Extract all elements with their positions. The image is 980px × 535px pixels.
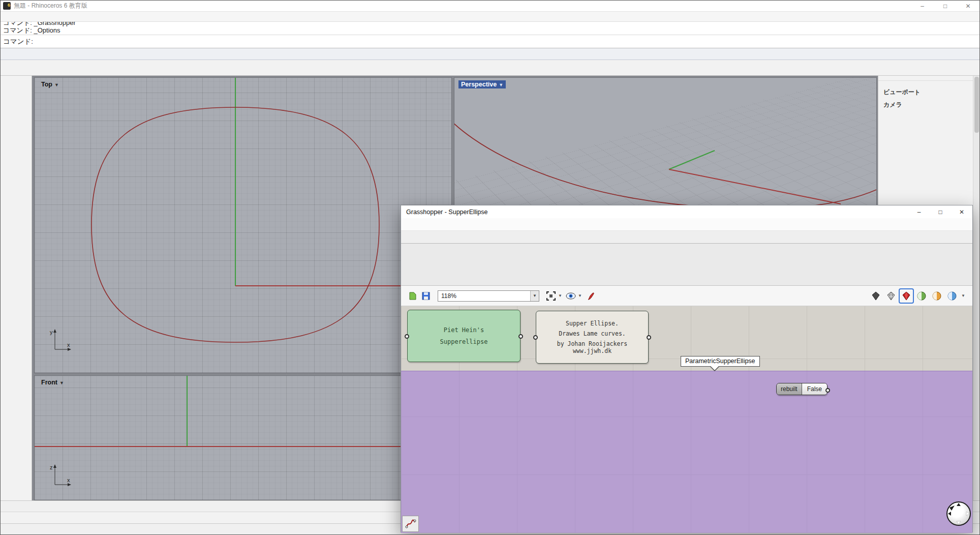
zoom-level-value: 118% bbox=[441, 292, 456, 300]
sphere-blue-icon[interactable] bbox=[945, 289, 959, 303]
svg-text:x: x bbox=[67, 342, 70, 348]
chevron-down-icon: ▼ bbox=[54, 82, 59, 87]
chevron-down-icon[interactable]: ▼ bbox=[530, 291, 539, 301]
command-prompt: コマンド: bbox=[3, 37, 33, 46]
canvas-radar-widget[interactable] bbox=[946, 501, 971, 526]
chevron-down-icon[interactable]: ▼ bbox=[961, 293, 965, 298]
panel-scrollbar[interactable] bbox=[973, 76, 979, 500]
rhino-toolbar-tabs bbox=[1, 48, 979, 60]
rhino-window-title: 無題 - Rhinoceros 6 教育版 bbox=[14, 2, 87, 10]
maximize-button[interactable]: □ bbox=[934, 1, 957, 11]
gem-dark-icon[interactable] bbox=[869, 289, 882, 303]
chevron-down-icon: ▼ bbox=[499, 82, 503, 87]
panel-text-line: www.jjwh.dk bbox=[573, 347, 611, 354]
x-axis-line bbox=[35, 446, 452, 447]
rhino-app-icon bbox=[3, 2, 11, 10]
grasshopper-ribbon bbox=[401, 244, 972, 286]
toggle-label: rebuilt bbox=[777, 383, 802, 395]
panel-text-line: by Johan Rooijackers bbox=[557, 340, 627, 347]
rhino-side-toolbar bbox=[1, 76, 32, 500]
output-nub[interactable] bbox=[518, 334, 523, 339]
grasshopper-canvas[interactable]: ParametricSupperEllipse Piet Hein's Supp… bbox=[401, 306, 972, 533]
command-input[interactable]: コマンド: bbox=[1, 35, 979, 48]
panel-text-line: Piet Hein's bbox=[408, 326, 520, 334]
gem-red-icon[interactable] bbox=[900, 289, 913, 303]
chevron-down-icon[interactable]: ▼ bbox=[578, 293, 582, 298]
svg-text:y: y bbox=[50, 329, 53, 335]
svg-text:z: z bbox=[50, 464, 53, 470]
chevron-down-icon: ▼ bbox=[59, 380, 64, 385]
viewport-perspective-label[interactable]: Perspective▼ bbox=[458, 80, 506, 88]
toggle-value[interactable]: False bbox=[802, 383, 827, 395]
grasshopper-menubar bbox=[401, 218, 972, 231]
paintbrush-icon[interactable] bbox=[584, 289, 597, 303]
z-axis-line bbox=[187, 376, 188, 447]
viewport-top-label[interactable]: Top▼ bbox=[39, 80, 62, 88]
front-axis-gizmo: zx bbox=[49, 461, 72, 491]
component-group-region[interactable] bbox=[401, 371, 972, 533]
gem-wire-icon[interactable] bbox=[884, 289, 898, 303]
close-button[interactable]: ✕ bbox=[957, 1, 979, 11]
viewport-front-label[interactable]: Front▼ bbox=[39, 378, 67, 387]
grasshopper-window: Grasshopper - SupperEllipse – □ ✕ 118%▼ … bbox=[401, 205, 973, 532]
output-nub[interactable] bbox=[825, 388, 830, 393]
panel-text-line: Supperellipse bbox=[408, 338, 520, 345]
preview-eye-icon[interactable] bbox=[564, 289, 577, 303]
grasshopper-category-tabs bbox=[401, 231, 972, 244]
command-history-line: コマンド: _Options bbox=[3, 26, 979, 34]
zoom-extents-icon[interactable] bbox=[544, 289, 558, 303]
rebuilt-toggle[interactable]: rebuilt False bbox=[776, 383, 828, 395]
rhino-titlebar: 無題 - Rhinoceros 6 教育版 – □ ✕ bbox=[1, 1, 979, 12]
gh-close-button[interactable]: ✕ bbox=[951, 205, 972, 218]
minimize-button[interactable]: – bbox=[911, 1, 934, 11]
output-nub[interactable] bbox=[647, 335, 651, 340]
rhino-window: 無題 - Rhinoceros 6 教育版 – □ ✕ コマンド: _Grass… bbox=[0, 0, 980, 535]
viewport-top[interactable]: Top▼ yx bbox=[34, 77, 452, 373]
superellipse-curve bbox=[35, 78, 452, 373]
command-history-line: コマンド: _Grasshopper bbox=[3, 22, 979, 26]
camera-section-header: カメラ bbox=[878, 98, 979, 110]
panel-text-line: Drawes Lame curves. bbox=[536, 330, 648, 337]
sphere-green-icon[interactable] bbox=[915, 289, 928, 303]
top-axis-gizmo: yx bbox=[49, 326, 72, 355]
viewport-front[interactable]: Front▼ zx bbox=[34, 375, 452, 500]
group-name-tooltip: ParametricSupperEllipse bbox=[681, 356, 760, 367]
panel-green[interactable]: Piet Hein's Supperellipse bbox=[407, 310, 520, 362]
input-nub[interactable] bbox=[533, 335, 538, 340]
chevron-down-icon[interactable]: ▼ bbox=[558, 293, 562, 298]
new-document-icon[interactable] bbox=[406, 289, 419, 303]
rhino-main-toolbar bbox=[1, 60, 979, 76]
sphere-orange-icon[interactable] bbox=[930, 289, 943, 303]
canvas-corner-tab-icon[interactable] bbox=[402, 516, 419, 532]
panel-text-line: Supper Ellipse. bbox=[536, 320, 648, 327]
gh-maximize-button[interactable]: □ bbox=[930, 205, 951, 218]
grasshopper-canvas-toolbar: 118%▼ ▼ ▼ ▼ bbox=[401, 286, 972, 306]
gh-minimize-button[interactable]: – bbox=[908, 205, 930, 218]
svg-text:x: x bbox=[67, 477, 70, 483]
rhino-menubar bbox=[1, 12, 979, 22]
save-document-icon[interactable] bbox=[419, 289, 433, 303]
grasshopper-window-title: Grasshopper - SupperEllipse bbox=[406, 209, 488, 216]
panel-info[interactable]: Supper Ellipse. Drawes Lame curves. by J… bbox=[536, 311, 649, 364]
viewport-section-header: ビューポート bbox=[878, 85, 979, 98]
input-nub[interactable] bbox=[405, 334, 409, 339]
grasshopper-titlebar: Grasshopper - SupperEllipse – □ ✕ bbox=[401, 205, 972, 218]
command-history: コマンド: _Grasshopper コマンド: _Options bbox=[1, 22, 979, 35]
zoom-level-combo[interactable]: 118%▼ bbox=[438, 290, 539, 302]
